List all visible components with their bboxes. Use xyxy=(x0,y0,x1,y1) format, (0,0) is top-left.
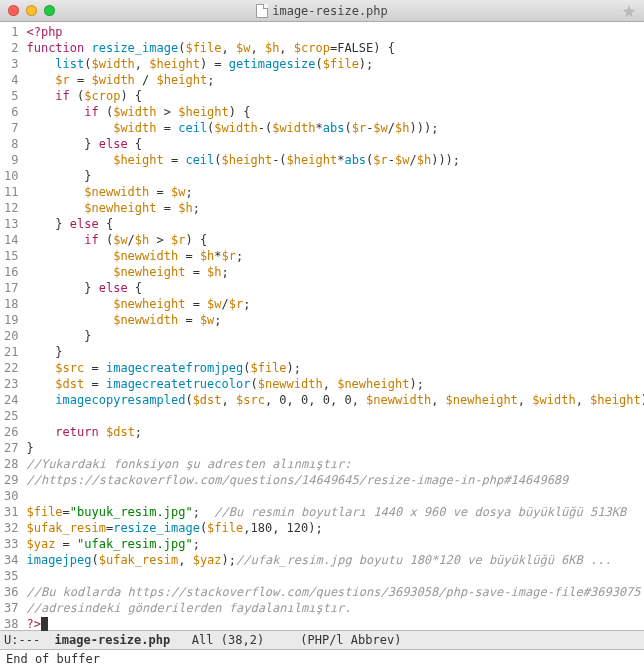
line-number: 1 xyxy=(4,24,18,40)
code-area[interactable]: <?phpfunction resize_image($file, $w, $h… xyxy=(24,22,644,630)
line-number: 9 xyxy=(4,152,18,168)
code-line[interactable] xyxy=(26,408,644,424)
line-number: 11 xyxy=(4,184,18,200)
line-number: 10 xyxy=(4,168,18,184)
window-title: image-resize.php xyxy=(0,4,644,18)
code-line[interactable]: $width = ceil($width-($width*abs($r-$w/$… xyxy=(26,120,644,136)
code-line[interactable]: $newheight = $w/$r; xyxy=(26,296,644,312)
line-number: 36 xyxy=(4,584,18,600)
line-number: 32 xyxy=(4,520,18,536)
code-line[interactable]: imagecopyresampled($dst, $src, 0, 0, 0, … xyxy=(26,392,644,408)
code-line[interactable]: function resize_image($file, $w, $h, $cr… xyxy=(26,40,644,56)
line-number-gutter: 1234567891011121314151617181920212223242… xyxy=(0,22,24,630)
code-line[interactable] xyxy=(26,568,644,584)
line-number: 15 xyxy=(4,248,18,264)
code-line[interactable]: $newwidth = $h*$r; xyxy=(26,248,644,264)
line-number: 31 xyxy=(4,504,18,520)
window-titlebar: image-resize.php xyxy=(0,0,644,22)
pin-icon[interactable] xyxy=(622,4,636,18)
buffer-modes: (PHP/l Abbrev) xyxy=(300,633,401,647)
code-line[interactable]: $dst = imagecreatetruecolor($newwidth, $… xyxy=(26,376,644,392)
code-line[interactable]: } else { xyxy=(26,280,644,296)
line-number: 8 xyxy=(4,136,18,152)
code-line[interactable]: } xyxy=(26,168,644,184)
code-line[interactable]: if ($crop) { xyxy=(26,88,644,104)
code-line[interactable]: list($width, $height) = getimagesize($fi… xyxy=(26,56,644,72)
line-number: 7 xyxy=(4,120,18,136)
code-line[interactable]: } xyxy=(26,344,644,360)
line-number: 5 xyxy=(4,88,18,104)
line-number: 20 xyxy=(4,328,18,344)
line-number: 27 xyxy=(4,440,18,456)
line-number: 16 xyxy=(4,264,18,280)
code-line[interactable]: } xyxy=(26,440,644,456)
line-number: 14 xyxy=(4,232,18,248)
minibuffer-text: End of buffer xyxy=(6,652,100,666)
document-icon xyxy=(256,4,268,18)
code-line[interactable]: //Bu kodlarda https://stackoverflow.com/… xyxy=(26,584,644,600)
code-line[interactable]: if ($width > $height) { xyxy=(26,104,644,120)
line-number: 4 xyxy=(4,72,18,88)
code-line[interactable]: } xyxy=(26,328,644,344)
title-text: image-resize.php xyxy=(272,4,388,18)
line-number: 38 xyxy=(4,616,18,632)
minibuffer: End of buffer xyxy=(0,650,644,668)
line-number: 25 xyxy=(4,408,18,424)
buffer-position: All (38,2) xyxy=(192,633,264,647)
code-line[interactable]: //https://stackoverflow.com/questions/14… xyxy=(26,472,644,488)
code-line[interactable]: return $dst; xyxy=(26,424,644,440)
line-number: 29 xyxy=(4,472,18,488)
code-line[interactable]: if ($w/$h > $r) { xyxy=(26,232,644,248)
line-number: 13 xyxy=(4,216,18,232)
buffer-status: U:--- xyxy=(4,633,40,647)
code-editor[interactable]: 1234567891011121314151617181920212223242… xyxy=(0,22,644,630)
line-number: 19 xyxy=(4,312,18,328)
code-line[interactable]: imagejpeg($ufak_resim, $yaz);//ufak_resi… xyxy=(26,552,644,568)
line-number: 26 xyxy=(4,424,18,440)
line-number: 34 xyxy=(4,552,18,568)
code-line[interactable]: //Yukardaki fonksiyon şu adresten alınmı… xyxy=(26,456,644,472)
code-line[interactable]: $newwidth = $w; xyxy=(26,312,644,328)
line-number: 3 xyxy=(4,56,18,72)
line-number: 17 xyxy=(4,280,18,296)
line-number: 33 xyxy=(4,536,18,552)
line-number: 23 xyxy=(4,376,18,392)
line-number: 24 xyxy=(4,392,18,408)
line-number: 6 xyxy=(4,104,18,120)
code-line[interactable] xyxy=(26,488,644,504)
line-number: 30 xyxy=(4,488,18,504)
code-line[interactable]: } else { xyxy=(26,216,644,232)
line-number: 22 xyxy=(4,360,18,376)
code-line[interactable]: //adresindeki gönderilerden faydalanılmı… xyxy=(26,600,644,616)
code-line[interactable]: $newheight = $h; xyxy=(26,200,644,216)
code-line[interactable]: } else { xyxy=(26,136,644,152)
line-number: 2 xyxy=(4,40,18,56)
line-number: 35 xyxy=(4,568,18,584)
line-number: 12 xyxy=(4,200,18,216)
code-line[interactable]: $newwidth = $w; xyxy=(26,184,644,200)
line-number: 28 xyxy=(4,456,18,472)
code-line[interactable]: $height = ceil($height-($height*abs($r-$… xyxy=(26,152,644,168)
line-number: 21 xyxy=(4,344,18,360)
code-line[interactable]: <?php xyxy=(26,24,644,40)
buffer-filename: image-resize.php xyxy=(55,633,171,647)
code-line[interactable]: ?> xyxy=(26,616,644,632)
line-number: 37 xyxy=(4,600,18,616)
code-line[interactable]: $r = $width / $height; xyxy=(26,72,644,88)
code-line[interactable]: $yaz = "ufak_resim.jpg"; xyxy=(26,536,644,552)
line-number: 18 xyxy=(4,296,18,312)
mode-line: U:--- image-resize.php All (38,2) (PHP/l… xyxy=(0,630,644,650)
code-line[interactable]: $newheight = $h; xyxy=(26,264,644,280)
code-line[interactable]: $src = imagecreatefromjpeg($file); xyxy=(26,360,644,376)
code-line[interactable]: $ufak_resim=resize_image($file,180, 120)… xyxy=(26,520,644,536)
cursor xyxy=(41,617,48,631)
code-line[interactable]: $file="buyuk_resim.jpg"; //Bu resmin boy… xyxy=(26,504,644,520)
